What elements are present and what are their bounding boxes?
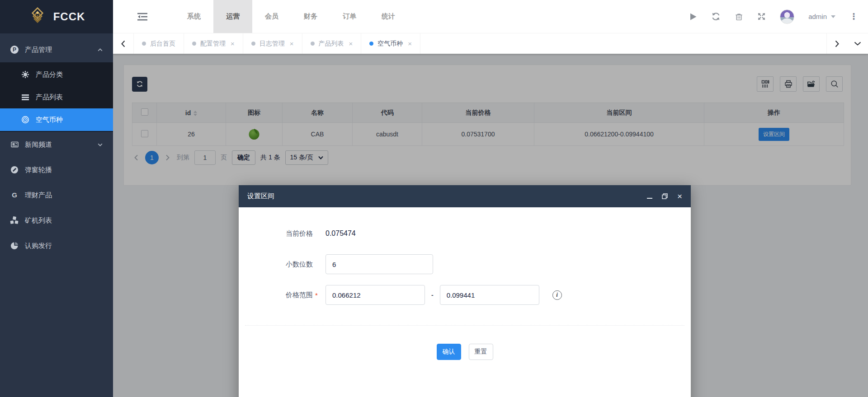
popup-carousel-icon — [10, 166, 19, 174]
tabs-scroll-left-icon[interactable] — [113, 33, 134, 54]
g-letter-icon: G — [10, 191, 19, 199]
minimize-icon[interactable] — [647, 192, 652, 201]
top-menu-finance[interactable]: 财务 — [291, 0, 330, 33]
confirm-button[interactable]: 确认 — [437, 344, 461, 360]
tab-label: 产品列表 — [319, 40, 344, 48]
modal-window-buttons: × — [647, 192, 682, 201]
chevron-up-icon — [97, 47, 103, 53]
modal-title: 设置区间 — [247, 192, 274, 201]
sidebar-item-label: 产品分类 — [36, 70, 63, 79]
range-max-input[interactable] — [440, 285, 539, 305]
more-vertical-icon[interactable]: ⋮ — [849, 11, 858, 22]
user-avatar[interactable] — [780, 9, 794, 24]
sidebar-item-label: 产品管理 — [25, 46, 52, 54]
current-price-row: 当前价格 0.075474 — [245, 224, 684, 243]
sidebar-submenu-product: 产品分类 产品列表 空气币种 — [0, 62, 113, 132]
sidebar-collapse-icon[interactable] — [137, 0, 148, 33]
sidebar-item-label: 新闻频道 — [25, 140, 52, 149]
info-icon[interactable]: i — [552, 290, 562, 300]
tab-dot — [192, 42, 196, 46]
tab-close-icon[interactable]: × — [349, 40, 353, 47]
sidebar-item-product-management[interactable]: P 产品管理 — [0, 37, 113, 62]
sidebar-item-popup-carousel[interactable]: 弹窗轮播 — [0, 157, 113, 182]
sidebar-item-news-channel[interactable]: 新闻频道 — [0, 132, 113, 157]
brand-diamond-icon — [28, 7, 47, 26]
tab-close-icon[interactable]: × — [231, 40, 235, 47]
modal-footer: 确认 重置 — [245, 344, 684, 360]
coin-spiral-icon — [21, 116, 30, 124]
close-icon[interactable]: × — [677, 192, 682, 201]
tab-air-coins[interactable]: 空气币种 × — [361, 33, 420, 54]
sidebar-item-label: 空气币种 — [36, 116, 63, 124]
tab-label: 空气币种 — [377, 40, 403, 48]
tab-close-icon[interactable]: × — [290, 40, 294, 47]
main-area: 系统 运营 会员 财务 订单 统计 — [113, 0, 868, 397]
list-icon — [21, 93, 30, 101]
cubes-icon — [10, 216, 19, 224]
maximize-icon[interactable] — [662, 192, 668, 201]
play-icon[interactable] — [689, 13, 697, 21]
brand-name: FCCK — [53, 10, 85, 23]
tab-config-management[interactable]: 配置管理 × — [184, 33, 243, 54]
tab-label: 后台首页 — [150, 40, 175, 48]
sidebar-menu: P 产品管理 产品分类 产品列表 — [0, 33, 113, 258]
top-menu-statistics[interactable]: 统计 — [369, 0, 408, 33]
username-label[interactable]: admin — [808, 13, 827, 20]
tab-dot — [142, 42, 146, 46]
top-navbar: 系统 运营 会员 财务 订单 统计 — [113, 0, 868, 33]
top-menu-operation[interactable]: 运营 — [213, 0, 252, 33]
user-menu-caret-icon — [831, 15, 835, 18]
sidebar-item-product-category[interactable]: 产品分类 — [0, 63, 113, 86]
tab-product-list[interactable]: 产品列表 × — [302, 33, 362, 54]
current-price-label: 当前价格 — [245, 229, 313, 238]
sidebar: FCCK P 产品管理 产品分类 — [0, 0, 113, 397]
sidebar-item-label: 理财产品 — [25, 191, 52, 200]
modal-header[interactable]: 设置区间 × — [239, 185, 691, 207]
range-min-input[interactable] — [326, 285, 425, 305]
required-mark: * — [315, 291, 320, 299]
tab-dot — [311, 42, 315, 46]
sidebar-item-air-coins[interactable]: 空气币种 — [0, 108, 113, 131]
fullscreen-icon[interactable] — [757, 12, 766, 21]
chevron-down-icon — [97, 142, 103, 148]
sidebar-item-subscription-issue[interactable]: 认购发行 — [0, 233, 113, 258]
sidebar-item-wealth-products[interactable]: G 理财产品 — [0, 182, 113, 208]
sidebar-item-label: 认购发行 — [25, 242, 52, 250]
top-menu-members[interactable]: 会员 — [252, 0, 291, 33]
current-price-value: 0.075474 — [326, 229, 356, 238]
gear-icon — [21, 70, 30, 79]
price-range-row: 价格范围 * - i — [245, 285, 684, 305]
tab-dot — [369, 42, 373, 46]
svg-text:P: P — [13, 47, 16, 53]
tab-close-icon[interactable]: × — [408, 40, 412, 47]
set-range-modal: 设置区间 × 当前价格 0.075474 — [239, 185, 691, 397]
sidebar-item-label: 弹窗轮播 — [25, 166, 52, 174]
decimals-input[interactable] — [326, 254, 433, 274]
sidebar-item-miner-list[interactable]: 矿机列表 — [0, 208, 113, 233]
top-menu-system[interactable]: 系统 — [175, 0, 213, 33]
open-tabs-bar: 后台首页 配置管理 × 日志管理 × 产品列表 × 空气币种 × — [113, 33, 868, 54]
refresh-icon[interactable] — [711, 12, 721, 21]
top-menu-orders[interactable]: 订单 — [330, 0, 369, 33]
modal-body: 当前价格 0.075474 小数位数 价格范围 * - i — [239, 207, 691, 360]
trash-icon[interactable] — [735, 12, 743, 21]
tabs-scroll-right-icon[interactable] — [826, 33, 847, 54]
reset-button[interactable]: 重置 — [469, 344, 493, 360]
navbar-right-tools: admin ⋮ — [689, 0, 868, 33]
tab-dashboard[interactable]: 后台首页 — [134, 33, 184, 54]
p-circle-icon: P — [10, 45, 19, 54]
newspaper-icon — [10, 140, 19, 149]
tab-log-management[interactable]: 日志管理 × — [243, 33, 302, 54]
pie-chart-icon — [10, 242, 19, 250]
sidebar-item-label: 产品列表 — [36, 93, 63, 102]
app-root: FCCK P 产品管理 产品分类 — [0, 0, 868, 397]
tabs-menu-caret-icon[interactable] — [847, 33, 868, 54]
tab-dot — [251, 42, 255, 46]
price-range-label: 价格范围 — [245, 291, 313, 299]
content-area: id 图标 名称 代码 当前价格 当前区间 操作 — [113, 54, 868, 397]
top-menu: 系统 运营 会员 财务 订单 统计 — [175, 0, 408, 33]
decimals-row: 小数位数 — [245, 254, 684, 274]
tab-label: 配置管理 — [200, 40, 226, 48]
sidebar-item-label: 矿机列表 — [25, 216, 52, 225]
sidebar-item-product-list[interactable]: 产品列表 — [0, 86, 113, 108]
